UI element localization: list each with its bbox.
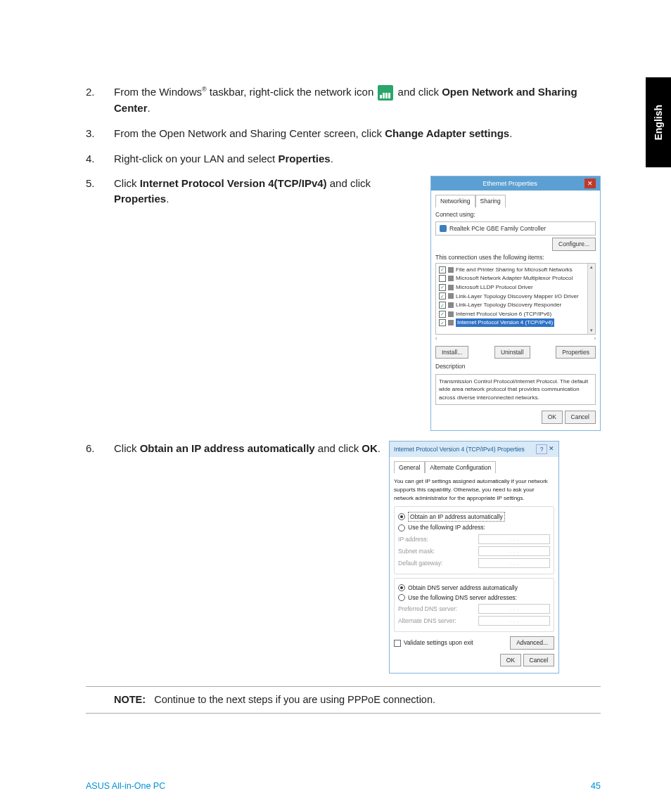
close-button[interactable]: ✕ xyxy=(549,444,554,454)
checkbox[interactable]: ✓ xyxy=(439,319,446,326)
checkbox[interactable]: ✓ xyxy=(439,311,446,318)
step-number: 5. xyxy=(86,176,114,430)
ipv4-properties-dialog: Internet Protocol Version 4 (TCP/IPv4) P… xyxy=(389,441,559,674)
ok-button[interactable]: OK xyxy=(542,411,563,423)
scroll-up-icon[interactable]: ▴ xyxy=(590,264,593,271)
connect-using-label: Connect using: xyxy=(435,210,596,219)
radio-icon xyxy=(398,524,405,531)
configure-button[interactable]: Configure... xyxy=(552,238,596,250)
step-6-text: Click Obtain an IP address automatically… xyxy=(114,441,381,456)
language-tab: English xyxy=(646,77,671,167)
checkbox[interactable] xyxy=(439,275,446,282)
tab-sharing[interactable]: Sharing xyxy=(475,195,506,207)
scrollbar[interactable]: ▴▾ xyxy=(587,264,595,334)
dns2-input[interactable]: . . . xyxy=(478,616,550,626)
protocol-icon xyxy=(448,267,454,273)
step-4-text: Right-click on your LAN and select Prope… xyxy=(114,151,601,167)
step-number: 2. xyxy=(86,84,114,116)
ip-label: IP address: xyxy=(398,535,428,543)
step-5-text: Click Internet Protocol Version 4(TCP/IP… xyxy=(114,176,422,207)
help-button[interactable]: ? xyxy=(536,444,547,454)
uninstall-button[interactable]: Uninstall xyxy=(494,346,530,359)
network-tray-icon xyxy=(378,85,393,101)
protocol-icon xyxy=(448,311,454,317)
radio-icon xyxy=(398,513,405,520)
selected-protocol[interactable]: Internet Protocol Version 4 (TCP/IPv4) xyxy=(456,318,554,327)
advanced-button[interactable]: Advanced... xyxy=(510,636,554,649)
protocol-icon xyxy=(448,285,454,290)
radio-auto-ip[interactable]: Obtain an IP address automatically xyxy=(398,512,550,522)
properties-button[interactable]: Properties xyxy=(556,346,596,359)
dns1-label: Preferred DNS server: xyxy=(398,605,457,613)
checkbox[interactable]: ✓ xyxy=(439,302,446,309)
close-button[interactable]: ✕ xyxy=(584,179,596,188)
manual-content: 2. From the Windows® taskbar, right-clic… xyxy=(86,84,601,719)
checkbox[interactable]: ✓ xyxy=(439,284,446,291)
tab-networking[interactable]: Networking xyxy=(435,195,475,207)
step-number: 3. xyxy=(86,126,114,141)
footer-product: ASUS All-in-One PC xyxy=(86,781,165,791)
validate-label: Validate settings upon exit xyxy=(404,638,473,647)
ip-input[interactable]: . . . xyxy=(478,534,550,544)
description-text: Transmission Control Protocol/Internet P… xyxy=(435,374,596,406)
step-3-text: From the Open Network and Sharing Center… xyxy=(114,126,601,141)
dns2-label: Alternate DNS server: xyxy=(398,617,456,625)
step-number: 4. xyxy=(86,151,114,167)
radio-icon xyxy=(398,594,405,601)
step-number: 6. xyxy=(86,441,114,674)
protocol-list[interactable]: ✓File and Printer Sharing for Microsoft … xyxy=(435,263,596,335)
ethernet-properties-dialog: Ethernet Properties ✕ Networking Sharing… xyxy=(430,176,601,430)
ok-button[interactable]: OK xyxy=(500,654,521,666)
step-2-text: From the Windows® taskbar, right-click t… xyxy=(114,84,601,116)
tab-alternate[interactable]: Alternate Configuration xyxy=(425,461,496,473)
protocol-icon xyxy=(448,293,454,299)
nic-icon xyxy=(440,225,447,232)
radio-manual-dns[interactable]: Use the following DNS server addresses: xyxy=(398,593,550,602)
install-button[interactable]: Install... xyxy=(435,346,468,359)
checkbox[interactable]: ✓ xyxy=(439,292,446,299)
cancel-button[interactable]: Cancel xyxy=(523,654,554,666)
protocol-icon xyxy=(448,276,454,281)
items-label: This connection uses the following items… xyxy=(435,253,596,262)
validate-checkbox[interactable] xyxy=(394,640,401,647)
mask-input[interactable]: . . . xyxy=(478,546,550,556)
adapter-field: Realtek PCIe GBE Family Controller xyxy=(435,221,596,236)
note-block: NOTE: Continue to the next steps if you … xyxy=(86,686,601,714)
radio-icon xyxy=(398,584,405,591)
intro-text: You can get IP settings assigned automat… xyxy=(394,477,554,502)
gateway-input[interactable]: . . . xyxy=(478,558,550,568)
scroll-down-icon[interactable]: ▾ xyxy=(590,327,593,334)
dns1-input[interactable]: . . . xyxy=(478,604,550,614)
radio-manual-ip[interactable]: Use the following IP address: xyxy=(398,523,550,531)
page-number: 45 xyxy=(591,781,601,791)
protocol-icon xyxy=(448,320,454,326)
gateway-label: Default gateway: xyxy=(398,559,442,567)
checkbox[interactable]: ✓ xyxy=(439,266,446,273)
protocol-icon xyxy=(448,302,454,308)
tab-general[interactable]: General xyxy=(394,461,425,473)
description-label: Description xyxy=(435,362,596,370)
radio-auto-dns[interactable]: Obtain DNS server address automatically xyxy=(398,584,550,592)
dialog-title: Ethernet Properties xyxy=(435,179,584,188)
cancel-button[interactable]: Cancel xyxy=(565,411,596,423)
mask-label: Subnet mask: xyxy=(398,547,435,555)
dialog-title: Internet Protocol Version 4 (TCP/IPv4) P… xyxy=(394,445,525,453)
